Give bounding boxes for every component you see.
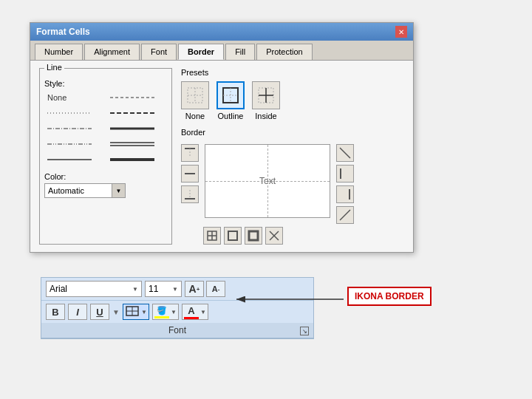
top-sections-row: Line Style: None [39, 68, 404, 245]
border-left-button[interactable] [336, 165, 354, 183]
preset-outline-button[interactable] [216, 81, 245, 109]
border-all-button[interactable] [203, 227, 221, 245]
font-color-button[interactable]: A ▼ [182, 304, 208, 320]
ribbon-expand-button[interactable]: ↘ [300, 327, 309, 335]
presets-area: Presets None [181, 68, 404, 120]
tab-fill[interactable]: Fill [225, 44, 255, 60]
border-right-button[interactable] [336, 185, 354, 203]
color-dropdown-arrow[interactable]: ▼ [112, 184, 125, 197]
line-style-thick[interactable] [107, 122, 168, 135]
preset-inside-label: Inside [255, 112, 276, 120]
highlight-button[interactable]: 🪣 ▼ [152, 304, 179, 320]
bold-button[interactable]: B [46, 304, 65, 320]
highlight-icon: 🪣 [154, 306, 169, 318]
preset-none-item: None [181, 81, 209, 120]
border-left-buttons [181, 144, 199, 203]
font-size-dropdown[interactable]: 11 ▼ [145, 281, 182, 297]
tab-alignment[interactable]: Alignment [84, 44, 140, 60]
line-styles-grid: None [44, 91, 167, 166]
border-bottom-button[interactable] [181, 185, 199, 203]
line-style-dashed2[interactable] [107, 106, 168, 120]
style-label: Style: [44, 79, 167, 88]
border-icon-svg [125, 305, 140, 318]
font-name-arrow-icon: ▼ [132, 286, 138, 293]
font-name-value: Arial [50, 284, 131, 294]
font-size-decrease-icon: A [212, 284, 218, 293]
line-style-dot-dash[interactable] [44, 122, 105, 135]
font-color-icon: A [184, 305, 199, 319]
format-cells-dialog: Format Cells ✕ Number Alignment Font Bor… [30, 22, 414, 253]
border-top-button[interactable] [181, 144, 199, 162]
color-value: Automatic [45, 186, 112, 195]
line-style-dashed1[interactable] [107, 91, 168, 104]
svg-rect-31 [228, 231, 237, 240]
border-v-mid-line [267, 145, 268, 217]
presets-row: None Outline [181, 81, 404, 120]
color-section: Color: Automatic ▼ [44, 172, 167, 198]
border-section: Text [181, 144, 404, 224]
line-style-none[interactable]: None [44, 91, 105, 104]
ribbon-row1: Arial ▼ 11 ▼ A+ A- [41, 278, 313, 301]
font-ribbon: Arial ▼ 11 ▼ A+ A- B I U ▼ [41, 277, 314, 339]
border-diag-both-button[interactable] [265, 227, 283, 245]
font-size-buttons: A+ A- [185, 281, 225, 297]
dialog-tabs: Number Alignment Font Border Fill Protec… [30, 41, 413, 61]
preset-inside-item: Inside [252, 81, 280, 120]
color-label: Color: [44, 172, 167, 181]
border-outer-button[interactable] [224, 227, 242, 245]
line-style-double[interactable] [107, 137, 168, 151]
preset-none-button[interactable] [181, 81, 209, 109]
dialog-title: Format Cells [36, 27, 90, 37]
ribbon-row2: B I U ▼ ▼ 🪣 ▼ A [41, 301, 313, 323]
border-diag-up-button[interactable] [336, 206, 354, 224]
line-style-heavy[interactable] [107, 153, 168, 166]
svg-rect-32 [249, 231, 258, 240]
font-size-decrease-button[interactable]: A- [206, 281, 225, 297]
border-right-buttons [336, 144, 354, 224]
annotation-label: IKONA BORDER [355, 291, 424, 301]
border-diag-down-button[interactable] [336, 144, 354, 162]
dialog-close-button[interactable]: ✕ [395, 26, 407, 38]
italic-button[interactable]: I [68, 304, 87, 320]
ribbon-footer-label: Font [168, 325, 186, 335]
line-style-dotted[interactable] [44, 106, 105, 120]
svg-line-27 [340, 210, 350, 220]
font-size-increase-icon: A [189, 283, 197, 295]
annotation-box: IKONA BORDER [347, 287, 432, 306]
tab-font[interactable]: Font [141, 44, 177, 60]
border-preview[interactable]: Text [205, 144, 330, 218]
font-color-dropdown-arrow: ▼ [200, 309, 206, 316]
preset-none-label: None [185, 112, 205, 120]
font-size-arrow-icon: ▼ [172, 286, 178, 293]
line-style-medium[interactable] [44, 153, 105, 166]
border-section-label: Border [181, 128, 404, 137]
font-size-value: 11 [149, 284, 171, 294]
ribbon-footer: Font ↘ [41, 323, 313, 338]
line-style-double-dot-dash[interactable] [44, 137, 105, 151]
dialog-titlebar: Format Cells ✕ [30, 23, 413, 41]
underline-button[interactable]: U [90, 304, 109, 320]
presets-label: Presets [181, 68, 404, 77]
preset-outline-label: Outline [218, 112, 244, 120]
highlight-color-bar [154, 316, 169, 318]
color-dropdown[interactable]: Automatic ▼ [44, 183, 126, 198]
font-size-increase-button[interactable]: A+ [185, 281, 204, 297]
tab-border[interactable]: Border [178, 44, 224, 60]
border-bottom-buttons-row [203, 227, 404, 245]
border-icon-button[interactable]: ▼ [123, 304, 149, 320]
preset-inside-button[interactable] [252, 81, 280, 109]
tab-number[interactable]: Number [35, 44, 83, 60]
font-color-bar [184, 317, 199, 319]
border-thick-box-button[interactable] [245, 227, 262, 245]
dialog-content: Line Style: None [30, 61, 413, 252]
border-icon-dropdown-arrow: ▼ [141, 309, 147, 316]
border-middle-h-button[interactable] [181, 165, 199, 183]
right-panel: Presets None [181, 68, 404, 245]
font-name-dropdown[interactable]: Arial ▼ [46, 281, 142, 297]
border-area: Border [181, 128, 404, 245]
highlight-dropdown-arrow: ▼ [171, 309, 177, 316]
border-corner-btns [203, 227, 404, 245]
tab-protection[interactable]: Protection [256, 44, 313, 60]
line-section: Line Style: None [39, 68, 172, 245]
underline-dropdown-arrow[interactable]: ▼ [112, 308, 120, 316]
